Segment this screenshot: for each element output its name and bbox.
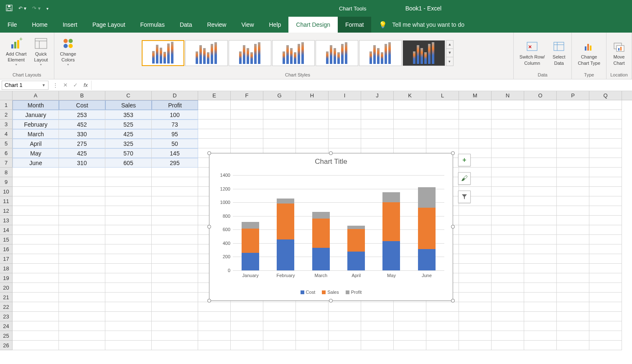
cell[interactable]: 325	[105, 139, 152, 148]
cell[interactable]	[557, 293, 589, 302]
cell[interactable]	[59, 293, 105, 302]
cell[interactable]	[557, 187, 589, 196]
cell[interactable]	[13, 216, 59, 225]
row-header[interactable]: 16	[0, 244, 13, 254]
cell[interactable]	[152, 168, 198, 177]
column-header[interactable]: C	[105, 91, 152, 100]
enter-icon[interactable]: ✓	[70, 82, 80, 88]
cell[interactable]	[459, 321, 492, 331]
cell[interactable]	[426, 331, 459, 341]
cell[interactable]	[13, 321, 59, 331]
cell[interactable]	[394, 139, 426, 148]
cell[interactable]	[492, 264, 524, 273]
resize-handle[interactable]	[207, 299, 211, 303]
tab-page-layout[interactable]: Page Layout	[85, 17, 133, 33]
cell[interactable]	[557, 244, 589, 254]
cancel-icon[interactable]: ✕	[60, 82, 70, 88]
bar-group[interactable]	[312, 212, 330, 270]
row-header[interactable]: 3	[0, 120, 13, 129]
cell[interactable]	[231, 341, 263, 350]
cell[interactable]	[492, 168, 524, 177]
cell[interactable]	[59, 331, 105, 341]
cell[interactable]	[198, 312, 231, 321]
cell[interactable]	[524, 177, 557, 187]
cell[interactable]: 253	[59, 110, 105, 120]
cell[interactable]	[13, 196, 59, 206]
cell[interactable]	[524, 120, 557, 129]
row-header[interactable]: 2	[0, 110, 13, 120]
cell[interactable]	[557, 302, 589, 312]
cell[interactable]	[152, 341, 198, 350]
cell[interactable]	[13, 225, 59, 235]
cell[interactable]	[426, 139, 459, 148]
cell[interactable]	[231, 110, 263, 120]
cell[interactable]	[152, 312, 198, 321]
cell[interactable]	[426, 312, 459, 321]
change-colors-button[interactable]: Change Colors ˅	[58, 35, 79, 71]
cell[interactable]	[263, 331, 296, 341]
cell[interactable]	[589, 273, 622, 283]
cell[interactable]: 605	[105, 158, 152, 168]
cell[interactable]	[589, 120, 622, 129]
cell[interactable]	[329, 100, 361, 110]
switch-row-column-button[interactable]: Switch Row/ Column	[517, 38, 548, 68]
cell[interactable]	[459, 293, 492, 302]
chart-style-thumb[interactable]	[359, 40, 402, 66]
cell[interactable]	[459, 283, 492, 293]
cell[interactable]	[59, 244, 105, 254]
cell[interactable]	[13, 244, 59, 254]
cell[interactable]	[524, 312, 557, 321]
cell[interactable]	[589, 158, 622, 168]
cell[interactable]	[557, 120, 589, 129]
cell[interactable]	[105, 264, 152, 273]
cell[interactable]	[296, 100, 329, 110]
resize-handle[interactable]	[451, 151, 455, 155]
cell[interactable]	[557, 264, 589, 273]
cell[interactable]: March	[13, 129, 59, 139]
cell[interactable]	[557, 273, 589, 283]
cell[interactable]	[524, 148, 557, 158]
cell[interactable]	[589, 254, 622, 264]
cell[interactable]	[459, 110, 492, 120]
cell[interactable]	[105, 196, 152, 206]
cell[interactable]: 295	[152, 158, 198, 168]
row-header[interactable]: 22	[0, 302, 13, 312]
bar-segment[interactable]	[277, 204, 294, 239]
column-header[interactable]: K	[394, 91, 426, 100]
cell[interactable]	[492, 321, 524, 331]
cell[interactable]	[589, 110, 622, 120]
cell[interactable]: 50	[152, 139, 198, 148]
cell[interactable]	[557, 235, 589, 244]
cell[interactable]	[13, 283, 59, 293]
cell[interactable]	[105, 216, 152, 225]
cell[interactable]	[492, 196, 524, 206]
cell[interactable]	[198, 120, 231, 129]
column-header[interactable]: H	[296, 91, 329, 100]
cell[interactable]	[589, 196, 622, 206]
cell[interactable]	[557, 331, 589, 341]
row-header[interactable]: 19	[0, 273, 13, 283]
cell[interactable]	[492, 110, 524, 120]
bar-segment[interactable]	[347, 252, 365, 270]
cell[interactable]	[152, 216, 198, 225]
cell[interactable]	[394, 331, 426, 341]
row-header[interactable]: 24	[0, 321, 13, 331]
cell[interactable]	[105, 273, 152, 283]
cell[interactable]	[263, 321, 296, 331]
row-header[interactable]: 23	[0, 312, 13, 321]
cell[interactable]	[152, 273, 198, 283]
cell[interactable]	[105, 168, 152, 177]
cell[interactable]	[296, 129, 329, 139]
cell[interactable]	[524, 100, 557, 110]
tab-data[interactable]: Data	[172, 17, 200, 33]
cell[interactable]	[263, 139, 296, 148]
cell[interactable]: 330	[59, 129, 105, 139]
cell[interactable]: Cost	[59, 100, 105, 110]
select-all-corner[interactable]	[0, 91, 13, 100]
cell[interactable]	[152, 225, 198, 235]
row-header[interactable]: 18	[0, 264, 13, 273]
gallery-more[interactable]: ▲▼▾	[446, 40, 454, 66]
quick-layout-button[interactable]: Quick Layout ˅	[32, 35, 51, 71]
cell[interactable]	[329, 302, 361, 312]
cell[interactable]: 425	[105, 129, 152, 139]
